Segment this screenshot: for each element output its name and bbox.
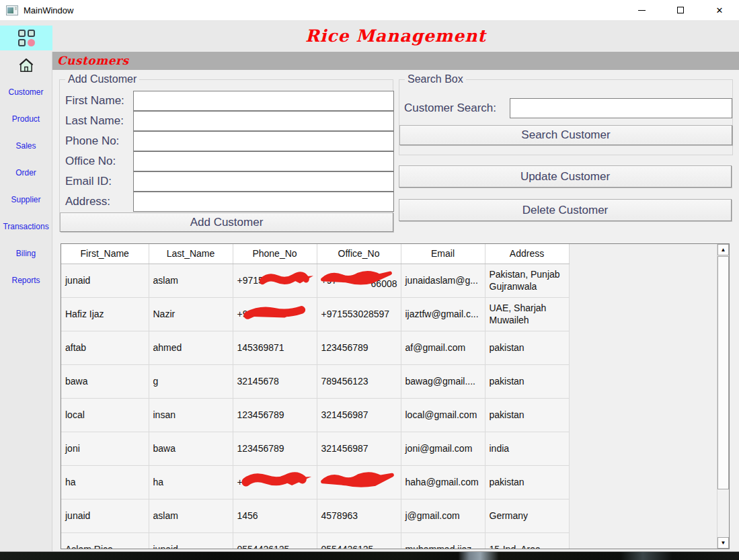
cell-first-name[interactable]: ha <box>61 465 149 499</box>
cell-office[interactable]: +9766008 <box>317 264 401 297</box>
header-phone-no[interactable]: Phone_No <box>233 244 317 264</box>
vertical-scrollbar[interactable]: ▲ ▼ <box>717 244 729 549</box>
delete-customer-button[interactable]: Delete Customer <box>399 199 732 221</box>
cell-email[interactable]: junaidaslam@g... <box>401 264 485 297</box>
cell-email[interactable]: j@gmail.com <box>401 499 485 532</box>
cell-office[interactable]: +971553028597 <box>317 297 401 331</box>
sidebar-item-product[interactable]: Product <box>0 106 52 132</box>
email-id-field[interactable] <box>133 171 394 192</box>
cell-email[interactable]: muhammad.ijaz... <box>401 532 485 549</box>
cell-first-name[interactable]: Aslam Rice <box>61 532 149 549</box>
cell-last-name[interactable]: ha <box>149 465 233 499</box>
cell-address[interactable]: UAE, Sharjah Muwaileh <box>485 297 569 331</box>
add-customer-button[interactable]: Add Customer <box>60 212 393 232</box>
cell-first-name[interactable]: aftab <box>61 331 149 364</box>
table-row[interactable]: Hafiz Ijaz Nazir +9 +971553028597 ijaztf… <box>61 297 569 331</box>
table-row[interactable]: Aslam Rice junaid 0554426125 0554426125 … <box>61 532 569 549</box>
cell-phone[interactable]: + <box>233 465 317 499</box>
cell-last-name[interactable]: g <box>149 364 233 398</box>
table-row[interactable]: junaid aslam 1456 4578963 j@gmail.com Ge… <box>61 499 569 532</box>
cell-phone[interactable]: 0554426125 <box>233 532 317 549</box>
office-no-field[interactable] <box>133 151 394 171</box>
cell-address[interactable]: pakistan <box>485 398 569 432</box>
cell-last-name[interactable]: aslam <box>149 499 233 532</box>
sidebar-item-order[interactable]: Order <box>0 159 52 186</box>
cell-email[interactable]: haha@gmail.com <box>401 465 485 499</box>
cell-last-name[interactable]: junaid <box>149 532 233 549</box>
cell-address[interactable]: pakistan <box>485 331 569 364</box>
cell-office[interactable]: 0554426125 <box>317 532 401 549</box>
cell-office[interactable]: 4578963 <box>317 499 401 532</box>
sidebar-item-customer[interactable]: Customer <box>0 79 52 106</box>
cell-office[interactable]: 321456987 <box>317 398 401 432</box>
cell-email[interactable]: local@gmail.com <box>401 398 485 432</box>
sidebar-item-reports[interactable]: Reports <box>0 267 52 294</box>
last-name-field[interactable] <box>133 111 394 131</box>
address-field[interactable] <box>133 192 394 212</box>
update-customer-button[interactable]: Update Customer <box>399 165 732 188</box>
cell-email[interactable]: af@gmail.com <box>401 331 485 364</box>
scroll-down-icon[interactable]: ▼ <box>717 537 729 549</box>
scroll-up-icon[interactable]: ▲ <box>717 244 729 255</box>
cell-phone[interactable]: 123456789 <box>233 432 317 465</box>
apps-menu-button[interactable] <box>0 26 52 50</box>
minimize-icon[interactable] <box>622 0 661 20</box>
cell-email[interactable]: ijaztfw@gmail.c... <box>401 297 485 331</box>
cell-address[interactable]: pakistan <box>485 364 569 398</box>
cell-first-name[interactable]: junaid <box>61 264 149 297</box>
cell-first-name[interactable]: bawa <box>61 364 149 398</box>
close-icon[interactable]: ✕ <box>700 0 739 20</box>
cell-address[interactable]: india <box>485 432 569 465</box>
cell-address[interactable]: 15-Ind. Area, <box>485 532 569 549</box>
cell-last-name[interactable]: insan <box>149 398 233 432</box>
cell-first-name[interactable]: junaid <box>61 499 149 532</box>
customer-search-input[interactable] <box>510 98 732 118</box>
table-header-row: First_Name Last_Name Phone_No Office_No … <box>61 244 569 264</box>
cell-phone[interactable]: 1456 <box>233 499 317 532</box>
table-row[interactable]: bawa g 32145678 789456123 bawag@gmail...… <box>61 364 569 398</box>
table-row[interactable]: junaid aslam +9715 +9766008 junaidaslam@… <box>61 264 569 297</box>
header-last-name[interactable]: Last_Name <box>149 244 233 264</box>
cell-email[interactable]: joni@gmail.com <box>401 432 485 465</box>
cell-address[interactable]: Pakistan, Punjab Gujranwala <box>485 264 569 297</box>
header-address[interactable]: Address <box>485 244 569 264</box>
sidebar-item-biling[interactable]: Biling <box>0 240 52 267</box>
cell-address[interactable]: Germany <box>485 499 569 532</box>
cell-phone[interactable]: 123456789 <box>233 398 317 432</box>
sidebar-item-sales[interactable]: Sales <box>0 132 52 159</box>
home-button[interactable] <box>0 52 52 79</box>
cell-last-name[interactable]: aslam <box>149 264 233 297</box>
table-row[interactable]: joni bawa 123456789 321456987 joni@gmail… <box>61 432 569 465</box>
cell-phone[interactable]: +9715 <box>233 264 317 297</box>
cell-office[interactable]: 789456123 <box>317 364 401 398</box>
search-box-groupbox: Search Box Customer Search: Search Custo… <box>399 79 733 155</box>
cell-office[interactable]: 321456987 <box>317 432 401 465</box>
window-title: MainWindow <box>24 5 73 15</box>
table-row[interactable]: local insan 123456789 321456987 local@gm… <box>61 398 569 432</box>
phone-no-field[interactable] <box>133 131 394 151</box>
cell-phone[interactable]: 32145678 <box>233 364 317 398</box>
table-row[interactable]: aftab ahmed 145369871 123456789 af@gmail… <box>61 331 569 364</box>
cell-first-name[interactable]: joni <box>61 432 149 465</box>
scrollbar-thumb[interactable] <box>717 256 729 489</box>
cell-first-name[interactable]: local <box>61 398 149 432</box>
cell-first-name[interactable]: Hafiz Ijaz <box>61 297 149 331</box>
cell-last-name[interactable]: Nazir <box>149 297 233 331</box>
cell-office[interactable] <box>317 465 401 499</box>
first-name-field[interactable] <box>133 91 394 111</box>
cell-phone[interactable]: 145369871 <box>233 331 317 364</box>
cell-last-name[interactable]: bawa <box>149 432 233 465</box>
cell-email[interactable]: bawag@gmail.... <box>401 364 485 398</box>
cell-phone[interactable]: +9 <box>233 297 317 331</box>
table-row[interactable]: ha ha + haha@gmail.com pakistan <box>61 465 569 499</box>
cell-last-name[interactable]: ahmed <box>149 331 233 364</box>
cell-office[interactable]: 123456789 <box>317 331 401 364</box>
cell-address[interactable]: pakistan <box>485 465 569 499</box>
header-first-name[interactable]: First_Name <box>61 244 149 264</box>
header-office-no[interactable]: Office_No <box>317 244 401 264</box>
sidebar-item-transactions[interactable]: Transactions <box>0 213 52 240</box>
sidebar-item-supplier[interactable]: Supplier <box>0 186 52 213</box>
search-customer-button[interactable]: Search Customer <box>399 125 732 145</box>
maximize-icon[interactable] <box>661 0 700 20</box>
header-email[interactable]: Email <box>401 244 485 264</box>
